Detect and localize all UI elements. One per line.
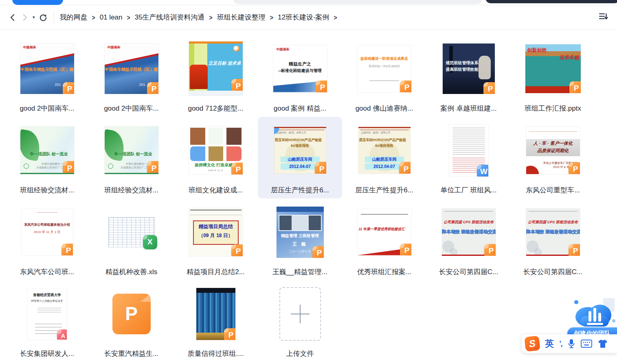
file-name: 班组工作汇报.pptx — [525, 104, 581, 113]
file-tile[interactable]: 公司第四届 CPS 班组活动发布降本增效 班组改善活动交流P长安公司第四届C..… — [426, 198, 511, 280]
team-promo-widget[interactable]: 创建你的团队 — [556, 296, 617, 340]
thumb-text: 山能层压车间 — [281, 157, 320, 163]
thumb-text: 2010 年 11 月 1 日 — [22, 230, 73, 234]
thumb-text: 山能科技（集团）有限公司 — [361, 131, 391, 135]
ppt-badge-icon: P — [316, 81, 327, 92]
file-tile[interactable]: 扬拼搏文化 打造卓越班2009 年 12 月P班组文化建设成... — [173, 117, 258, 198]
file-thumbnail: 精益管理 之班组管理王 巍二O一三年十月P — [277, 207, 324, 258]
thumb-text: --标准化班组建设与管理 — [273, 68, 327, 74]
ime-skin-button[interactable] — [597, 339, 608, 349]
file-tile[interactable]: 公司第四届 CPS 班组活动发布降本增效 班组改善活动交流P长安公司第四届C..… — [511, 198, 595, 280]
file-grid: 中国南车中国南车精益示范线（区）建201Pgood 2中国南车...中国南车中国… — [5, 35, 595, 362]
window-top-strip — [0, 0, 617, 5]
file-thumbnail: 山能科技（集团）有限公司层压车间HORIZON产品产能提6σ项目报告山能层压车间… — [358, 127, 411, 174]
file-tile[interactable]: 山能科技（集团）有限公司层压车间HORIZON产品产能提6σ项目报告山能层压车间… — [258, 117, 342, 198]
history-caret-icon[interactable]: ▾ — [33, 15, 35, 20]
thumbnail-area: 11 年第一季度优秀班组建设汇P — [342, 198, 426, 266]
thumb-text: 争一流团队 创一流业 — [30, 152, 68, 157]
thumb-text: 11 年第一季度优秀班组建设汇 — [359, 227, 405, 231]
breadcrumb-separator-icon: > — [334, 13, 337, 21]
breadcrumb: 我的网盘>01 lean>35生产线培训资料沟通>班组长建设整理>12班长建设-… — [60, 13, 342, 22]
file-tile[interactable]: 规范班组管理体系提高班组管理效能P案例 卓越班组建... — [426, 35, 511, 117]
ppt-badge-icon: P — [399, 162, 411, 174]
ppt-badge-icon: P — [400, 81, 411, 92]
thumbnail-area: 规范班组管理体系提高班组管理效能P — [426, 35, 511, 102]
file-tile[interactable]: 首都经济贸易大学同等学力人员硕士学位论文A长安集团研发人... — [5, 280, 89, 362]
upload-dropzone — [279, 287, 321, 341]
back-button[interactable] — [7, 12, 18, 23]
ppt-badge-icon: P — [224, 328, 235, 340]
ppt-badge-icon: P — [315, 162, 326, 174]
thumbnail-area: 首都经济贸易大学同等学力人员硕士学位论文A — [5, 280, 89, 347]
thumb-text: 首都经济贸易大学 — [28, 293, 67, 297]
thumb-text: 益班组建设一阶段项目成果总 — [358, 57, 411, 61]
file-tile[interactable]: 立足目标 追求卓Pgood 712多能型... — [173, 35, 258, 117]
file-tile[interactable]: 人 · 车 · 客户一体化品质保证同期化东风公司重型车厂装配二班2010 年 6… — [511, 117, 595, 198]
xls-badge-icon: X — [143, 235, 157, 249]
ime-keyboard-button[interactable] — [581, 340, 592, 348]
ppt-badge-icon: P — [400, 244, 411, 255]
file-thumbnail: 规范班组管理体系提高班组管理效能P — [443, 44, 495, 94]
file-tile[interactable]: 益班组建设一阶段项目成果总形成班组一天的长效机制Pgood 佛山迪赛纳... — [342, 35, 426, 117]
file-tile[interactable]: 11 年第一季度优秀班组建设汇P优秀班组汇报案... — [342, 198, 426, 280]
ime-language-toggle[interactable]: 英 — [545, 338, 554, 350]
sort-button[interactable] — [597, 11, 610, 24]
toolbar-divider — [54, 12, 54, 23]
breadcrumb-item[interactable]: 12班长建设-案例 — [278, 13, 329, 22]
breadcrumb-item[interactable]: 01 lean — [100, 13, 123, 22]
thumb-text: 降本增效 班组改善活动交流 — [526, 229, 580, 235]
ime-punctuation-toggle[interactable]: ’, — [559, 339, 562, 348]
thumb-text: 层压车间HORIZON产品产能提 — [275, 138, 322, 142]
navigation-toolbar: ▾ 我的网盘>01 lean>35生产线培训资料沟通>班组长建设整理>12班长建… — [0, 5, 617, 30]
thumbnail-area: 山能科技（集团）有限公司层压车间HORIZON产品产能提6σ项目报告山能层压车间… — [258, 117, 342, 184]
file-tile[interactable]: 中国南车精益生产之--标准化班组建设与管理Pgood 案例 精益... — [258, 35, 342, 117]
file-name: good 案例 精益... — [274, 104, 326, 113]
ppt-badge-icon: P — [147, 161, 158, 174]
upload-tile[interactable]: 上传文件 — [258, 280, 342, 362]
file-tile[interactable]: 争一流团队 创一流业中国兵器内蒙古一机集团大成装备公司四分厂二作业区P班组经验交… — [5, 117, 89, 198]
file-tile[interactable]: 中国南车中国南车精益示范线（区）建201Pgood 2中国南车... — [89, 35, 173, 117]
sogou-logo-icon[interactable]: S — [524, 336, 540, 352]
thumbnail-area: 益班组建设一阶段项目成果总形成班组一天的长效机制P — [342, 35, 426, 102]
file-tile[interactable]: X精益机种改善.xls — [89, 198, 173, 280]
thumb-text: 中国南车精益示范线（区）建 — [21, 67, 74, 72]
doc-badge-icon: W — [477, 165, 488, 177]
file-tile[interactable]: W单位工厂 班组风... — [426, 117, 511, 198]
refresh-button[interactable] — [37, 12, 49, 23]
file-name: 上传文件 — [286, 349, 314, 359]
breadcrumb-item[interactable]: 班组长建设整理 — [217, 13, 266, 22]
file-tile[interactable]: 争一流团队 创一流业中国兵器内蒙古一机集团大成装备公司四分厂二作业区P班组经验交… — [89, 117, 173, 198]
file-thumbnail: 益班组建设一阶段项目成果总形成班组一天的长效机制P — [358, 45, 411, 92]
file-name: 精益项目月总结2... — [187, 267, 245, 277]
ppt-badge-icon: P — [569, 244, 580, 256]
file-tile[interactable]: 精益项目周总结（09 月 18 日）P精益项目月总结2... — [173, 198, 258, 280]
ime-mic-button[interactable] — [567, 338, 575, 349]
file-tile[interactable]: 中国南车中国南车精益示范线（区）建201Pgood 2中国南车... — [5, 35, 89, 117]
ppt-badge-icon: P — [61, 244, 73, 255]
thumbnail-area: 扬拼搏文化 打造卓越班2009 年 12 月P — [173, 117, 258, 184]
thumb-text: 2010 年 6 月 — [553, 166, 569, 169]
ime-toolbar: S 英 ’, — [522, 334, 617, 353]
ppt-badge-icon: P — [147, 82, 158, 94]
file-tile[interactable]: P长安重汽精益生... — [89, 280, 173, 362]
ppt-badge-icon: P — [312, 246, 324, 258]
file-thumbnail: 人 · 车 · 客户一体化品质保证同期化东风公司重型车厂装配二班2010 年 6… — [526, 127, 580, 174]
thumb-text: 人 · 车 · 客户一体化 — [526, 141, 580, 146]
thumbnail-area: X — [89, 198, 173, 266]
file-tile[interactable]: 东风汽车公司班组建设做法介绍2010 年 11 月 1 日P东风汽车公司班... — [5, 198, 89, 280]
breadcrumb-item[interactable]: 35生产线培训资料沟通 — [135, 13, 205, 22]
file-tile[interactable]: P质量信得过班组.... — [173, 280, 258, 362]
file-name: 长安公司第四届C... — [523, 267, 582, 277]
file-tile[interactable]: 精益管理 之班组管理王 巍二O一三年十月P王巍__精益管理... — [258, 198, 342, 280]
file-thumbnail: 东风汽车公司班组建设做法介绍2010 年 11 月 1 日P — [22, 209, 73, 255]
file-name: 质量信得过班组.... — [188, 349, 244, 359]
tshirt-icon — [597, 339, 608, 349]
forward-button[interactable] — [20, 12, 30, 23]
sogou-letter: S — [529, 338, 536, 350]
breadcrumb-item[interactable]: 我的网盘 — [60, 13, 88, 22]
file-name: 案例 卓越班组建... — [441, 104, 497, 113]
file-tile[interactable]: 山能科技（集团）有限公司层压车间HORIZON产品产能提6σ项目报告山能层压车间… — [342, 117, 426, 198]
top-left-pill[interactable] — [12, 0, 63, 5]
file-tile[interactable]: 创新创效追求卓越P班组工作汇报.pptx — [511, 35, 595, 117]
file-thumbnail: W — [449, 124, 488, 177]
